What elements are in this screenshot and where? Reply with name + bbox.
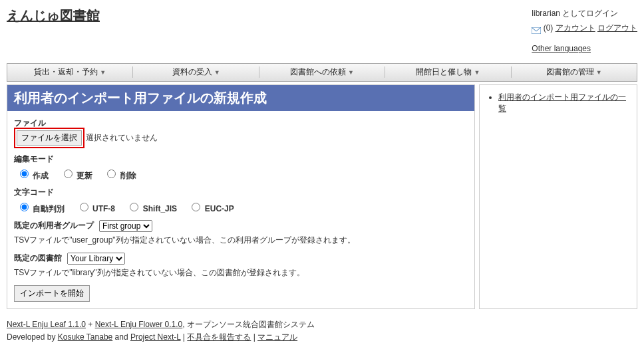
footer-leaf-link[interactable]: Next-L Enju Leaf 1.1.0	[7, 320, 86, 329]
sidebar: 利用者のインポート用ファイルの一覧	[479, 84, 637, 309]
default-library-label: 既定の図書館	[14, 253, 62, 264]
footer-report-link[interactable]: 不具合を報告する	[187, 332, 251, 342]
logout-link[interactable]: ログアウト	[597, 23, 637, 33]
other-languages-link[interactable]: Other languages	[532, 44, 591, 53]
nav-request[interactable]: 図書館への依頼▼	[259, 66, 385, 78]
nav-events[interactable]: 開館日と催し物▼	[385, 66, 511, 78]
page-title: 利用者のインポート用ファイルの新規作成	[7, 85, 474, 111]
chevron-down-icon: ▼	[474, 69, 480, 76]
default-library-hint: TSVファイルで"library"列が指定されていない場合、この図書館が登録され…	[14, 267, 468, 279]
footer: Next-L Enju Leaf 1.1.0 + Next-L Enju Flo…	[7, 318, 637, 344]
enc-eucjp-radio[interactable]	[192, 203, 200, 211]
account-link[interactable]: アカウント	[556, 23, 595, 33]
footer-flower-link[interactable]: Next-L Enju Flower 0.1.0	[95, 320, 183, 329]
default-group-label: 既定の利用者グループ	[14, 220, 94, 231]
footer-dev2-link[interactable]: Project Next-L	[130, 332, 181, 342]
site-title[interactable]: えんじゅ図書館	[7, 7, 100, 25]
chevron-down-icon: ▼	[596, 69, 602, 76]
default-group-select[interactable]: First group	[99, 220, 152, 232]
nav-acquisition[interactable]: 資料の受入▼	[133, 66, 259, 78]
encoding-label: 文字コード	[14, 187, 468, 198]
mail-icon	[532, 25, 541, 31]
chevron-down-icon: ▼	[100, 69, 106, 76]
nav-admin[interactable]: 図書館の管理▼	[512, 66, 637, 78]
footer-manual-link[interactable]: マニュアル	[257, 332, 297, 342]
edit-mode-group: 作成 更新 削除	[17, 168, 468, 181]
login-status: librarian としてログイン	[532, 7, 637, 21]
user-area: librarian としてログイン (0) アカウント ログアウト Other …	[532, 7, 637, 57]
start-import-button[interactable]: インポートを開始	[14, 285, 90, 302]
enc-utf8-radio[interactable]	[80, 203, 88, 211]
default-library-select[interactable]: Your Library	[67, 253, 125, 265]
choose-file-button[interactable]: ファイルを選択	[17, 130, 82, 146]
main-column: 利用者のインポート用ファイルの新規作成 ファイル ファイルを選択 選択されていま…	[7, 84, 475, 309]
file-button-highlight: ファイルを選択	[14, 128, 84, 148]
mode-create-radio[interactable]	[20, 170, 29, 178]
chevron-down-icon: ▼	[348, 69, 354, 76]
enc-auto-radio[interactable]	[20, 203, 29, 211]
enc-sjis-radio[interactable]	[130, 203, 138, 211]
footer-dev1-link[interactable]: Kosuke Tanabe	[58, 332, 113, 342]
message-count: (0)	[544, 23, 554, 33]
nav-circulation[interactable]: 貸出・返却・予約▼	[7, 66, 133, 78]
mode-delete-radio[interactable]	[107, 170, 116, 178]
file-status: 選択されていません	[86, 132, 158, 144]
main-nav: 貸出・返却・予約▼ 資料の受入▼ 図書館への依頼▼ 開館日と催し物▼ 図書館の管…	[7, 63, 637, 82]
import-file-list-link[interactable]: 利用者のインポート用ファイルの一覧	[498, 92, 626, 113]
mode-update-radio[interactable]	[64, 170, 73, 178]
chevron-down-icon: ▼	[214, 69, 220, 76]
edit-mode-label: 編集モード	[14, 154, 468, 165]
encoding-group: 自動判別 UTF-8 Shift_JIS EUC-JP	[17, 201, 468, 215]
default-group-hint: TSVファイルで"user_group"列が指定されていない場合、この利用者グル…	[14, 235, 468, 246]
